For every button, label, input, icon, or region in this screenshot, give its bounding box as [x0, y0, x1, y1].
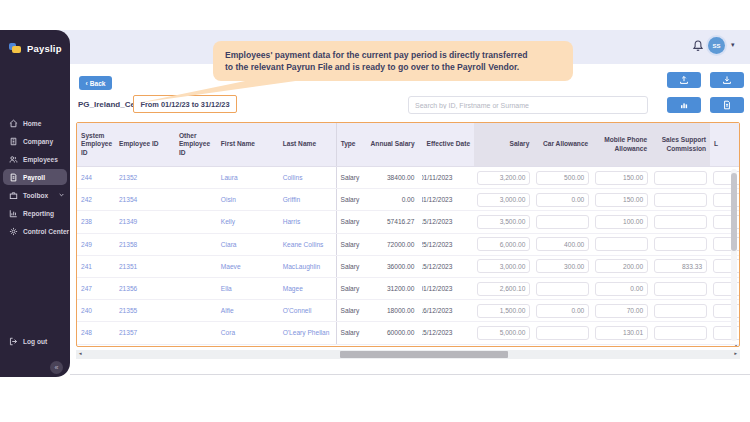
sales-support-commission-input[interactable]: 833.33 — [654, 259, 707, 273]
mobile-phone-allowance-input[interactable]: 200.00 — [595, 259, 648, 273]
cell-employee-id[interactable]: 21351 — [115, 256, 175, 277]
cell-employee-id[interactable]: 21355 — [115, 300, 175, 321]
cell-first-name[interactable]: Ella — [217, 278, 279, 299]
back-button[interactable]: ‹ Back — [79, 76, 112, 90]
cell-employee-id[interactable]: 21356 — [115, 278, 175, 299]
cell-last-name[interactable]: Magee — [279, 278, 337, 299]
cell-other-employee-id[interactable] — [175, 167, 217, 188]
cell-type: Salary — [337, 322, 367, 343]
sidebar-item-home[interactable]: Home — [0, 114, 70, 132]
mobile-phone-allowance-input[interactable]: 150.00 — [595, 193, 648, 207]
mobile-phone-allowance-input[interactable]: 130.01 — [595, 326, 648, 340]
cell-first-name[interactable]: Kelly — [217, 211, 279, 232]
salary-input[interactable]: 3,500.00 — [477, 215, 530, 229]
cell-last-name[interactable]: Keane Collins — [279, 234, 337, 255]
salary-input[interactable]: 3,000.00 — [477, 193, 530, 207]
cell-other-employee-id[interactable] — [175, 234, 217, 255]
mobile-phone-allowance-input[interactable]: 150.00 — [595, 171, 648, 185]
file-button[interactable] — [710, 97, 744, 113]
chart-button[interactable] — [667, 97, 701, 113]
sidebar-item-toolbox[interactable]: Toolbox — [0, 186, 70, 204]
cell-employee-id[interactable]: 21349 — [115, 211, 175, 232]
sales-support-commission-input[interactable] — [654, 237, 707, 251]
cell-system-employee-id[interactable]: 238 — [77, 211, 115, 232]
cell-system-employee-id[interactable]: 249 — [77, 234, 115, 255]
salary-input[interactable]: 2,600.10 — [477, 282, 530, 296]
sales-support-commission-input-cell — [651, 300, 710, 321]
upload-button[interactable] — [667, 72, 701, 88]
sales-support-commission-input[interactable] — [654, 326, 707, 340]
vertical-scrollbar[interactable] — [731, 169, 737, 341]
cell-system-employee-id[interactable]: 248 — [77, 322, 115, 343]
cell-last-name[interactable]: Griffin — [279, 189, 337, 210]
sidebar-item-employees[interactable]: Employees — [0, 150, 70, 168]
cell-first-name[interactable]: Ciara — [217, 234, 279, 255]
salary-input[interactable]: 6,000.00 — [477, 237, 530, 251]
cell-first-name[interactable]: Maeve — [217, 256, 279, 277]
vertical-scrollbar-thumb[interactable] — [731, 173, 737, 251]
cell-first-name[interactable]: Cora — [217, 322, 279, 343]
salary-input[interactable]: 1,500.00 — [477, 304, 530, 318]
car-allowance-input[interactable]: 0.00 — [536, 193, 589, 207]
cell-system-employee-id[interactable]: 242 — [77, 189, 115, 210]
download-button[interactable] — [710, 72, 744, 88]
search-input[interactable] — [408, 96, 648, 114]
salary-input[interactable]: 5,000.00 — [477, 326, 530, 340]
notification-bell-icon[interactable] — [692, 39, 704, 53]
pay-period-date-range[interactable]: From 01/12/23 to 31/12/23 — [133, 95, 237, 113]
cell-employee-id[interactable]: 21358 — [115, 234, 175, 255]
mobile-phone-allowance-input[interactable]: 0.00 — [595, 282, 648, 296]
cell-other-employee-id[interactable] — [175, 189, 217, 210]
car-allowance-input[interactable]: 500.00 — [536, 171, 589, 185]
scroll-down-arrow-icon[interactable]: ▾ — [735, 343, 737, 347]
horizontal-scrollbar[interactable]: ◄ ► — [76, 350, 740, 359]
cell-employee-id[interactable]: 21354 — [115, 189, 175, 210]
scroll-right-arrow-icon[interactable]: ► — [734, 352, 738, 357]
sidebar-item-reporting[interactable]: Reporting — [0, 204, 70, 222]
cell-other-employee-id[interactable] — [175, 256, 217, 277]
cell-first-name[interactable]: Alfie — [217, 300, 279, 321]
horizontal-scrollbar-thumb[interactable] — [340, 351, 508, 358]
car-allowance-input[interactable] — [536, 282, 589, 296]
cell-last-name[interactable]: O'Connell — [279, 300, 337, 321]
mobile-phone-allowance-input[interactable]: 100.00 — [595, 215, 648, 229]
cell-last-name[interactable]: Harris — [279, 211, 337, 232]
car-allowance-input[interactable]: 300.00 — [536, 259, 589, 273]
car-allowance-input[interactable] — [536, 326, 589, 340]
cell-last-name[interactable]: MacLaughlin — [279, 256, 337, 277]
car-allowance-input[interactable]: 0.00 — [536, 304, 589, 318]
logout-button[interactable]: Log out — [0, 332, 70, 350]
scroll-left-arrow-icon[interactable]: ◄ — [78, 352, 82, 357]
salary-input[interactable]: 3,200.00 — [477, 171, 530, 185]
cell-other-employee-id[interactable] — [175, 211, 217, 232]
cell-first-name[interactable]: Laura — [217, 167, 279, 188]
mobile-phone-allowance-input[interactable] — [595, 237, 648, 251]
car-allowance-input[interactable] — [536, 215, 589, 229]
cell-other-employee-id[interactable] — [175, 278, 217, 299]
cell-other-employee-id[interactable] — [175, 322, 217, 343]
sales-support-commission-input[interactable] — [654, 304, 707, 318]
cell-other-employee-id[interactable] — [175, 300, 217, 321]
sidebar-item-control-center[interactable]: Control Center — [0, 222, 70, 240]
cell-system-employee-id[interactable]: 241 — [77, 256, 115, 277]
cell-system-employee-id[interactable]: 244 — [77, 167, 115, 188]
sales-support-commission-input[interactable] — [654, 171, 707, 185]
sales-support-commission-input[interactable] — [654, 215, 707, 229]
cell-last-name[interactable]: O'Leary Phellan — [279, 322, 337, 343]
cell-system-employee-id[interactable]: 247 — [77, 278, 115, 299]
user-avatar[interactable]: SS — [708, 37, 725, 54]
cell-employee-id[interactable]: 21352 — [115, 167, 175, 188]
sidebar-item-payroll[interactable]: Payroll — [0, 168, 70, 186]
cell-first-name[interactable]: Oisin — [217, 189, 279, 210]
salary-input[interactable]: 3,000.00 — [477, 259, 530, 273]
sidebar-item-company[interactable]: Company — [0, 132, 70, 150]
cell-system-employee-id[interactable]: 240 — [77, 300, 115, 321]
mobile-phone-allowance-input[interactable]: 70.00 — [595, 304, 648, 318]
chevron-down-icon[interactable]: ▾ — [731, 41, 735, 49]
collapse-sidebar-button[interactable]: « — [50, 361, 63, 374]
car-allowance-input[interactable]: 400.00 — [536, 237, 589, 251]
sales-support-commission-input[interactable] — [654, 193, 707, 207]
cell-last-name[interactable]: Collins — [279, 167, 337, 188]
cell-employee-id[interactable]: 21357 — [115, 322, 175, 343]
sales-support-commission-input[interactable] — [654, 282, 707, 296]
